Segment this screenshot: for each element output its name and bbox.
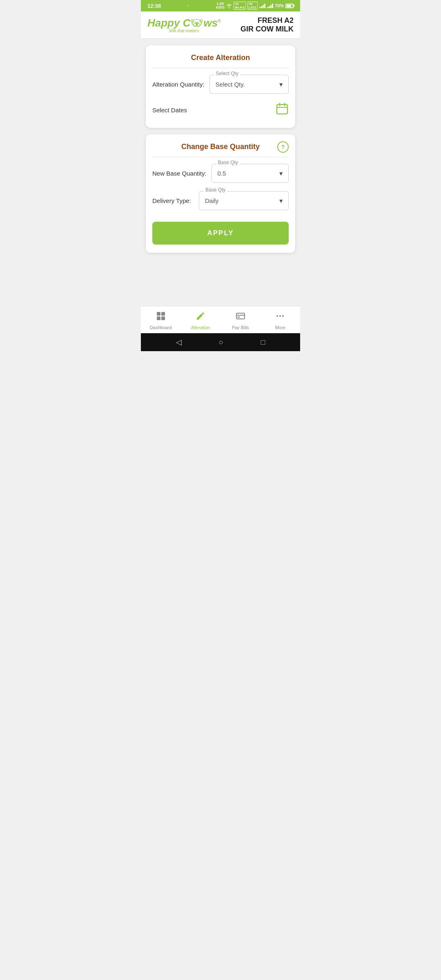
- apply-button[interactable]: APPLY: [152, 222, 289, 245]
- nav-item-paybills[interactable]: Pay Bills: [220, 310, 261, 332]
- select-dates-label: Select Dates: [152, 107, 187, 114]
- header-product-line1: FRESH A2: [241, 16, 294, 25]
- change-base-qty-title-row: Change Base Quantity ?: [152, 143, 289, 151]
- change-base-qty-title: Change Base Quantity: [181, 143, 260, 151]
- alteration-qty-dropdown-wrapper: Select Qty Select Qty. 0.5 1 1.5 2 ▼: [209, 75, 289, 94]
- cow-icon: [190, 18, 203, 28]
- select-qty-floating-label: Select Qty: [214, 71, 240, 76]
- new-base-qty-row: New Base Quantity: Base Qty 0.5 1 1.5 2 …: [152, 164, 289, 183]
- svg-rect-14: [157, 316, 160, 320]
- battery-percent: 70%: [275, 3, 284, 8]
- svg-point-19: [276, 315, 278, 317]
- card-divider-2: [152, 157, 289, 157]
- signal-icon1: [259, 3, 265, 8]
- signal-icon2: [267, 3, 273, 8]
- delivery-type-label: Delivery Type:: [152, 197, 191, 204]
- alteration-quantity-row: Alteration Quantity: Select Qty Select Q…: [152, 75, 289, 94]
- android-nav: ◁ ○ □: [141, 333, 300, 351]
- create-alteration-title: Create Alteration: [152, 53, 289, 62]
- logo-happy: Happy C: [147, 17, 190, 29]
- change-base-qty-card: Change Base Quantity ? New Base Quantity…: [146, 134, 295, 253]
- nav-item-dashboard[interactable]: Dashboard: [141, 310, 181, 332]
- svg-point-3: [195, 22, 196, 23]
- alteration-qty-select[interactable]: Select Qty. 0.5 1 1.5 2: [209, 75, 289, 94]
- svg-rect-18: [238, 316, 240, 318]
- delivery-type-row: Delivery Type: Base Qty Daily Alternate …: [152, 191, 289, 210]
- android-back-btn[interactable]: ◁: [176, 338, 182, 347]
- logo-cows: ws®: [203, 17, 220, 29]
- svg-rect-15: [161, 316, 165, 320]
- base-qty-select[interactable]: 0.5 1 1.5 2: [212, 164, 289, 183]
- svg-rect-13: [161, 312, 165, 316]
- android-recent-btn[interactable]: □: [261, 338, 265, 347]
- logo-text: Happy C ws®: [147, 17, 221, 29]
- more-icon: [275, 311, 285, 323]
- card-divider-1: [152, 68, 289, 68]
- vowifi2-badge: VoWi-Fi2: [234, 2, 246, 10]
- speed-indicator: 1.00KB/S: [216, 2, 225, 9]
- nav-label-alteration: Alteration: [191, 325, 210, 330]
- status-dot: •: [188, 4, 189, 8]
- create-alteration-card: Create Alteration Alteration Quantity: S…: [146, 45, 295, 128]
- nav-label-paybills: Pay Bills: [232, 325, 249, 330]
- bottom-nav: Dashboard Alteration Pay Bills M: [141, 306, 300, 333]
- calendar-icon[interactable]: [276, 102, 289, 118]
- svg-rect-12: [157, 312, 160, 316]
- svg-point-20: [279, 315, 281, 317]
- alteration-quantity-label: Alteration Quantity:: [152, 81, 205, 88]
- select-dates-row: Select Dates: [152, 102, 289, 118]
- nav-label-dashboard: Dashboard: [150, 325, 172, 330]
- volte1-badge: VoLTE1: [247, 2, 258, 10]
- nav-item-more[interactable]: More: [261, 310, 301, 332]
- svg-point-21: [282, 315, 284, 317]
- battery-icon: [285, 4, 294, 8]
- paybills-icon: [236, 311, 245, 323]
- header-product-line2: GIR COW MILK: [241, 25, 294, 33]
- nav-item-alteration[interactable]: Alteration: [181, 310, 221, 332]
- status-bar: 12:38 • 1.00KB/S VoWi-Fi2 VoLTE1 70%: [141, 0, 300, 11]
- header-product: FRESH A2 GIR COW MILK: [241, 16, 294, 33]
- dashboard-icon: [156, 311, 166, 323]
- delivery-type-dropdown-wrapper: Base Qty Daily Alternate Custom ▼: [199, 191, 289, 210]
- delivery-type-select[interactable]: Daily Alternate Custom: [199, 191, 289, 210]
- base-qty-dropdown-wrapper: Base Qty 0.5 1 1.5 2 ▼: [212, 164, 289, 183]
- base-qty-floating-label-1: Base Qty: [216, 160, 240, 165]
- logo-registered: ®: [218, 19, 220, 23]
- help-icon[interactable]: ?: [277, 141, 289, 153]
- logo-area: Happy C ws® Milk that matters: [147, 17, 221, 33]
- app-header: Happy C ws® Milk that matters FRESH A2 G…: [141, 11, 300, 39]
- wifi-icon: [226, 3, 232, 8]
- android-home-btn[interactable]: ○: [219, 338, 223, 347]
- alteration-icon: [196, 311, 205, 323]
- main-content: Create Alteration Alteration Quantity: S…: [141, 39, 300, 306]
- svg-point-4: [198, 22, 199, 23]
- status-time: 12:38: [147, 3, 161, 9]
- svg-rect-8: [277, 105, 287, 114]
- svg-rect-16: [236, 313, 245, 319]
- logo-tagline: Milk that matters: [147, 29, 221, 33]
- new-base-qty-label: New Base Quantity:: [152, 170, 207, 177]
- nav-label-more: More: [275, 325, 285, 330]
- base-qty-floating-label-2: Base Qty: [204, 187, 227, 193]
- status-icons: 1.00KB/S VoWi-Fi2 VoLTE1 70%: [216, 2, 294, 10]
